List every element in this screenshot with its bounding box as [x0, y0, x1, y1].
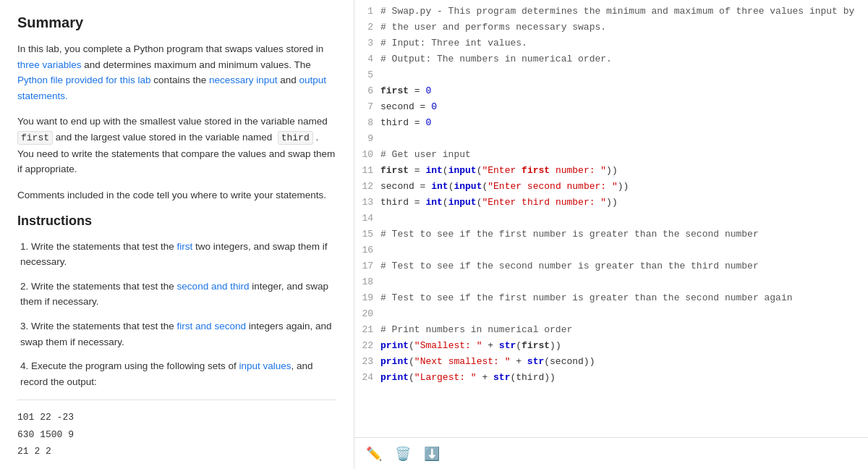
divider — [17, 400, 336, 400]
code-line-18: 18 — [354, 275, 868, 291]
line-content-24: print("Largest: " + str(third)) — [380, 371, 868, 386]
line-content-2: # the user and performs necessary swaps. — [380, 20, 868, 35]
code-line-12: 12 second = int(input("Enter second numb… — [354, 179, 868, 195]
line-content-3: # Input: Three int values. — [380, 36, 868, 51]
summary-paragraph-1: In this lab, you complete a Python progr… — [17, 41, 336, 103]
line-num-4: 4 — [354, 52, 380, 67]
line-num-8: 8 — [354, 116, 380, 131]
line-content-21: # Print numbers in numerical order — [380, 323, 868, 338]
code-line-5: 5 — [354, 68, 868, 84]
line-num-21: 21 — [354, 323, 380, 338]
instruction-item-1: 1. Write the statements that test the fi… — [17, 239, 336, 270]
summary-paragraph-2: You want to end up with the smallest val… — [17, 114, 336, 177]
left-panel: Summary In this lab, you complete a Pyth… — [0, 0, 354, 469]
line-content-15: # Test to see if the first number is gre… — [380, 227, 868, 242]
line-num-13: 13 — [354, 195, 380, 211]
code-value-3: 21 2 2 — [17, 443, 336, 460]
line-content-23: print("Next smallest: " + str(second)) — [380, 355, 868, 370]
instructions-title: Instructions — [17, 214, 336, 229]
code-line-13: 13 third = int(input("Enter third number… — [354, 195, 868, 211]
line-num-3: 3 — [354, 36, 380, 51]
summary-title: Summary — [17, 14, 336, 31]
line-num-22: 22 — [354, 339, 380, 354]
line-content-22: print("Smallest: " + str(first)) — [380, 339, 868, 354]
code-line-8: 8 third = 0 — [354, 116, 868, 132]
line-content-13: third = int(input("Enter third number: "… — [380, 195, 868, 211]
code-line-24: 24 print("Largest: " + str(third)) — [354, 371, 868, 386]
instructions-list: 1. Write the statements that test the fi… — [17, 239, 336, 390]
instruction-item-2: 2. Write the statements that test the se… — [17, 279, 336, 310]
code-third: third — [278, 131, 313, 145]
summary-highlight-3: necessary input — [209, 75, 278, 85]
line-num-23: 23 — [354, 355, 380, 370]
right-panel: 1 # Swap.py - This program determines th… — [354, 0, 868, 469]
line-num-11: 11 — [354, 164, 380, 179]
line-num-17: 17 — [354, 259, 380, 274]
code-line-7: 7 second = 0 — [354, 100, 868, 116]
line-content-7: second = 0 — [380, 100, 868, 115]
line-content-10: # Get user input — [380, 148, 868, 163]
code-line-2: 2 # the user and performs necessary swap… — [354, 20, 868, 36]
line-num-1: 1 — [354, 4, 380, 20]
code-line-14: 14 — [354, 211, 868, 227]
code-line-22: 22 print("Smallest: " + str(first)) — [354, 339, 868, 355]
instruction-item-4: 4. Execute the program using the followi… — [17, 358, 336, 389]
line-num-16: 16 — [354, 243, 380, 258]
code-line-4: 4 # Output: The numbers in numerical ord… — [354, 52, 868, 68]
code-line-9: 9 — [354, 132, 868, 148]
code-line-15: 15 # Test to see if the first number is … — [354, 227, 868, 243]
code-line-21: 21 # Print numbers in numerical order — [354, 323, 868, 339]
right-toolbar: ✏️ 🗑️ ⬇️ — [354, 437, 868, 469]
pencil-icon[interactable]: ✏️ — [366, 446, 382, 462]
code-line-11: 11 first = int(input("Enter first number… — [354, 164, 868, 179]
summary-highlight-1: three variables — [17, 59, 82, 70]
line-num-14: 14 — [354, 211, 380, 227]
line-content-11: first = int(input("Enter first number: "… — [380, 164, 868, 179]
instruction-item-3: 3. Write the statements that test the fi… — [17, 318, 336, 350]
line-num-24: 24 — [354, 371, 380, 386]
instr1-highlight: first — [177, 241, 193, 252]
line-num-18: 18 — [354, 275, 380, 290]
instr3-highlight: first and second — [177, 321, 246, 331]
line-num-15: 15 — [354, 227, 380, 242]
download-icon[interactable]: ⬇️ — [424, 446, 440, 462]
code-first: first — [17, 131, 53, 145]
line-num-20: 20 — [354, 307, 380, 322]
code-line-1: 1 # Swap.py - This program determines th… — [354, 4, 868, 20]
line-num-19: 19 — [354, 291, 380, 306]
code-line-6: 6 first = 0 — [354, 84, 868, 100]
instr4-highlight: input values — [239, 360, 291, 371]
summary-paragraph-3: Comments included in the code tell you w… — [17, 187, 336, 203]
line-num-7: 7 — [354, 100, 380, 115]
code-line-23: 23 print("Next smallest: " + str(second)… — [354, 355, 868, 371]
trash-icon[interactable]: 🗑️ — [395, 446, 411, 462]
code-line-3: 3 # Input: Three int values. — [354, 36, 868, 52]
line-content-17: # Test to see if the second number is gr… — [380, 259, 868, 274]
code-line-17: 17 # Test to see if the second number is… — [354, 259, 868, 275]
line-num-6: 6 — [354, 84, 380, 99]
line-num-2: 2 — [354, 20, 380, 35]
line-num-12: 12 — [354, 179, 380, 195]
line-content-8: third = 0 — [380, 116, 868, 131]
code-values-block: 101 22 -23 630 1500 9 21 2 2 — [17, 409, 336, 460]
instr2-highlight: second and third — [177, 281, 250, 292]
line-num-10: 10 — [354, 148, 380, 163]
line-content-4: # Output: The numbers in numerical order… — [380, 52, 868, 67]
line-num-5: 5 — [354, 68, 380, 83]
code-line-10: 10 # Get user input — [354, 148, 868, 164]
summary-highlight-2: Python file provided for this lab — [17, 75, 151, 85]
code-value-2: 630 1500 9 — [17, 426, 336, 443]
code-line-20: 20 — [354, 307, 868, 323]
code-line-19: 19 # Test to see if the first number is … — [354, 291, 868, 307]
line-content-19: # Test to see if the first number is gre… — [380, 291, 868, 306]
line-num-9: 9 — [354, 132, 380, 147]
code-value-1: 101 22 -23 — [17, 409, 336, 426]
code-line-16: 16 — [354, 243, 868, 259]
code-editor[interactable]: 1 # Swap.py - This program determines th… — [354, 0, 868, 437]
line-content-12: second = int(input("Enter second number:… — [380, 179, 868, 195]
line-content-1: # Swap.py - This program determines the … — [380, 4, 868, 20]
line-content-6: first = 0 — [380, 84, 868, 99]
